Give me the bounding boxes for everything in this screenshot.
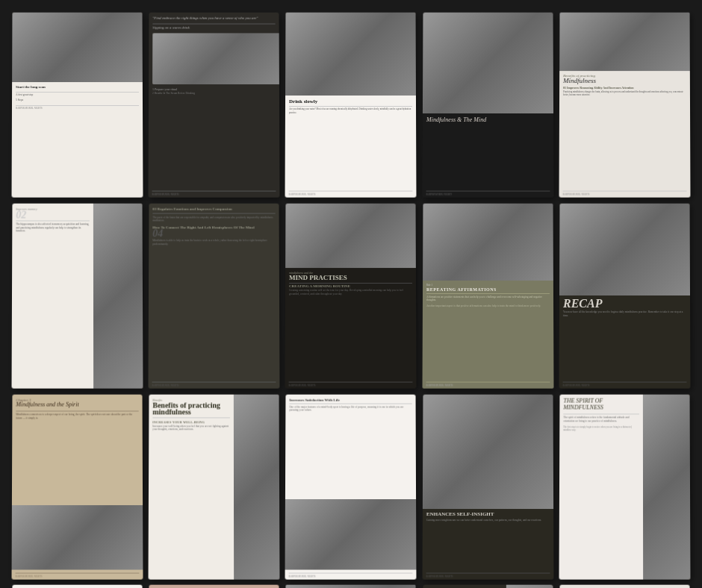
card-11: Chapter 3 Mindfulness and the Spirit Min… bbox=[12, 394, 143, 579]
card-12-title: Benefits of practicing mindfulness bbox=[153, 401, 230, 415]
page-grid: Start the long scan A first great step 5… bbox=[0, 0, 702, 588]
card-4-title: Mindfulness & The Mind bbox=[426, 116, 550, 124]
card-2-title: "Find embrace the right things when you … bbox=[153, 16, 276, 21]
card-7-title: 03 Regulates Emotions and Improves Compa… bbox=[153, 207, 276, 210]
card-15-title: THE SPIRIT OF MINDFULNESS bbox=[563, 398, 639, 410]
card-17: Chapter 5 Mindfulness As A Growth Opport… bbox=[149, 585, 280, 588]
card-18: PRACTICING MINDFULNESS WHEN THINGS ARE G… bbox=[285, 585, 417, 588]
card-12: Benefits Benefits of practicing mindfuln… bbox=[149, 394, 280, 579]
card-14: ENHANCES SELF-INSIGHT Gaining more insig… bbox=[422, 394, 553, 579]
card-2-content: 1 Prepare your ritual bbox=[152, 87, 276, 91]
card-1-text: 5 Steps bbox=[16, 98, 139, 102]
card-9-title: REPEATING AFFIRMATIONS bbox=[426, 287, 550, 292]
card-2-subtitle: Sipping on a warm drink bbox=[153, 26, 276, 30]
card-4: Mindfulness & The Mind HARPER MURIEL NIG… bbox=[422, 13, 553, 198]
card-19: Allow yourself to grow and change; your … bbox=[422, 585, 553, 588]
card-2: "Find embrace the right things when you … bbox=[149, 13, 280, 198]
card-1-title: Start the long scan bbox=[16, 85, 139, 90]
card-13-title: Increases Satisfaction With Life bbox=[290, 398, 412, 401]
card-10-title: RECAP bbox=[563, 298, 686, 309]
card-15: THE SPIRIT OF MINDFULNESS The spirit of … bbox=[559, 394, 690, 579]
card-14-title: ENHANCES SELF-INSIGHT bbox=[426, 511, 549, 516]
card-10: RECAP You now have all the knowledge you… bbox=[559, 203, 690, 388]
card-6-number: 02 bbox=[16, 210, 89, 219]
card-9: Rule 1 REPEATING AFFIRMATIONS Affirmatio… bbox=[422, 203, 553, 388]
card-5: Benefits of practicing Mindfulness 01 Im… bbox=[559, 13, 690, 198]
card-16: Create the affirmations 02 Choose affirm… bbox=[12, 585, 143, 588]
card-8-title: MIND PRACTISES bbox=[289, 275, 412, 281]
card-3-title: Drink slowly bbox=[289, 98, 412, 104]
card-5-title: Mindfulness bbox=[563, 78, 686, 84]
card-20: Chapter Four Mindfulness in meditation A… bbox=[559, 585, 690, 588]
card-3: Drink slowly Are you drinking your water… bbox=[285, 13, 417, 198]
card-1-subtitle: A first great step bbox=[16, 93, 139, 97]
card-1: Start the long scan A first great step 5… bbox=[12, 13, 143, 198]
card-7: 03 Regulates Emotions and Improves Compa… bbox=[149, 203, 280, 388]
card-13: Increases Satisfaction With Life One of … bbox=[285, 394, 417, 579]
card-6: Improves memory 02 The hippocampus is al… bbox=[12, 203, 143, 388]
card-11-title: Mindfulness and the Spirit bbox=[16, 401, 138, 408]
card-8: mindfulness and the MIND PRACTISES CREAT… bbox=[285, 203, 417, 388]
